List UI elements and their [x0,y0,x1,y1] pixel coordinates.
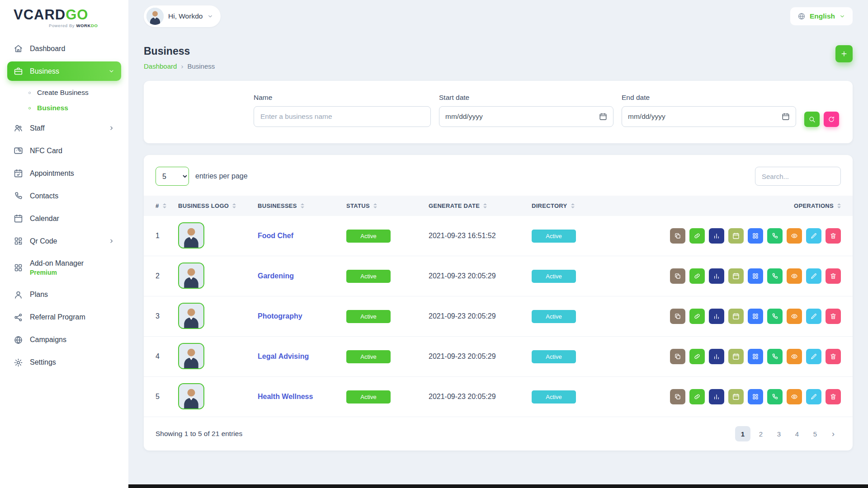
page-button-5[interactable]: 5 [807,426,823,441]
grid-button[interactable] [748,349,763,364]
sort-icon [301,203,304,208]
delete-button[interactable] [826,309,841,324]
business-name-link[interactable]: Gardening [258,272,294,280]
calendar-button[interactable] [728,349,744,364]
analytics-button[interactable] [709,268,724,284]
column-header-directory[interactable]: DIRECTORY [526,196,690,216]
edit-button[interactable] [806,268,821,284]
copy-button[interactable] [670,268,685,284]
analytics-button[interactable] [709,228,724,244]
row-number: 4 [144,337,173,377]
link-button[interactable] [689,268,705,284]
delete-button[interactable] [826,228,841,244]
end-date-input[interactable]: mm/dd/yyyy [622,106,796,127]
sidebar-item-contacts[interactable]: Contacts [7,186,121,206]
table-search-input[interactable] [755,167,841,186]
page-button-1[interactable]: 1 [735,426,750,441]
delete-button[interactable] [826,349,841,364]
column-header-generate-date[interactable]: GENERATE DATE [423,196,526,216]
row-operations [695,349,841,364]
table-row: 5Health WellnessActive2021-09-23 20:05:2… [144,377,853,417]
page-button-3[interactable]: 3 [771,426,787,441]
sidebar-item-referral-program[interactable]: Referral Program [7,308,121,327]
grid-button[interactable] [748,389,763,404]
business-name-link[interactable]: Food Chef [258,232,293,239]
view-button[interactable] [787,309,802,324]
phone-button[interactable] [767,228,783,244]
sidebar-item-campaigns[interactable]: Campaigns [7,330,121,350]
grid-button[interactable] [748,268,763,284]
phone-button[interactable] [767,389,783,404]
user-menu[interactable]: Hi, Workdo [144,5,221,27]
column-header-status[interactable]: STATUS [341,196,423,216]
search-icon [808,116,816,123]
link-button[interactable] [689,389,705,404]
column-header-operations[interactable]: OPERATIONS [690,196,853,216]
edit-button[interactable] [806,389,821,404]
copy-button[interactable] [670,349,685,364]
sidebar-item-dashboard[interactable]: Dashboard [7,39,121,58]
edit-button[interactable] [806,228,821,244]
delete-button[interactable] [826,389,841,404]
business-name-link[interactable]: Photography [258,312,302,320]
analytics-button[interactable] [709,309,724,324]
delete-button[interactable] [826,268,841,284]
grid-button[interactable] [748,309,763,324]
edit-button[interactable] [806,309,821,324]
entries-per-page-select[interactable]: 5 [156,167,189,186]
sidebar-item-staff[interactable]: Staff [7,118,121,138]
phone-button[interactable] [767,349,783,364]
copy-button[interactable] [670,228,685,244]
column-header-business-logo[interactable]: BUSINESS LOGO [173,196,252,216]
calendar-button[interactable] [728,389,744,404]
business-name-link[interactable]: Health Wellness [258,393,313,400]
phone-button[interactable] [767,268,783,284]
sidebar-item-business[interactable]: Business [7,61,121,81]
view-button[interactable] [787,349,802,364]
link-button[interactable] [689,228,705,244]
business-table: #BUSINESS LOGOBUSINESSESSTATUSGENERATE D… [144,196,853,417]
copy-button[interactable] [670,389,685,404]
sidebar-item-nfc-card[interactable]: NFC Card [7,141,121,160]
link-button[interactable] [689,309,705,324]
next-page-button[interactable]: › [826,426,841,441]
sidebar-item-calendar[interactable]: Calendar [7,209,121,228]
calendar-button[interactable] [728,228,744,244]
chevron-down-icon [207,13,213,19]
sidebar-item-appointments[interactable]: Appointments [7,164,121,183]
filter-reset-button[interactable] [824,112,839,127]
sidebar-subitem-business[interactable]: Business [24,100,121,116]
calendar-button[interactable] [728,309,744,324]
row-number: 3 [144,296,173,337]
language-selector[interactable]: English [790,7,853,25]
analytics-button[interactable] [709,389,724,404]
sidebar-item-qr-code[interactable]: Qr Code [7,231,121,251]
view-button[interactable] [787,389,802,404]
breadcrumb-dashboard-link[interactable]: Dashboard [144,62,177,70]
sidebar-subitem-create-business[interactable]: Create Business [24,85,121,100]
sidebar-item-plans[interactable]: Plans [7,285,121,305]
column-header-businesses[interactable]: BUSINESSES [252,196,341,216]
sidebar-item-settings[interactable]: Settings [7,353,121,372]
view-button[interactable] [787,228,802,244]
sidebar-item-add-on-manager[interactable]: Add-on ManagerPremium [7,254,121,282]
calendar-button[interactable] [728,268,744,284]
page-button-4[interactable]: 4 [789,426,805,441]
phone-button[interactable] [767,309,783,324]
edit-button[interactable] [806,349,821,364]
grid-button[interactable] [748,228,763,244]
calendar-icon [732,353,740,360]
column-header-[interactable]: # [144,196,173,216]
business-name-link[interactable]: Legal Advising [258,352,309,360]
start-date-input[interactable]: mm/dd/yyyy [439,106,613,127]
view-button[interactable] [787,268,802,284]
copy-button[interactable] [670,309,685,324]
link-button[interactable] [689,349,705,364]
business-name-filter-input[interactable] [254,106,431,127]
analytics-button[interactable] [709,349,724,364]
filter-search-button[interactable] [804,112,820,127]
page-button-2[interactable]: 2 [753,426,769,441]
add-business-button[interactable] [835,45,853,62]
brand-logo[interactable]: VCARDGO Powered By WORKDO [7,0,121,35]
chevron-right-icon [108,125,115,131]
